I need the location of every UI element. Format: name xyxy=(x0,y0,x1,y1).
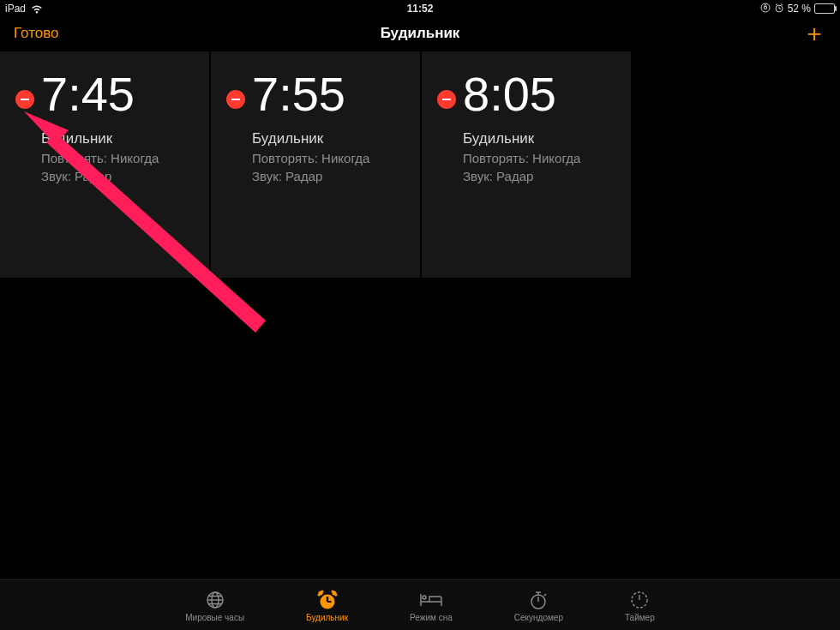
alarm-card-0[interactable]: 7:45 Будильник Повторять: Никогда Звук: … xyxy=(0,51,209,278)
minus-icon xyxy=(442,99,451,100)
alarm-0-delete-button[interactable] xyxy=(15,90,34,109)
alarm-2-sound: Звук: Радар xyxy=(463,169,615,183)
status-bar: iPad 11:52 52 % xyxy=(0,0,840,17)
add-alarm-button[interactable]: ＋ xyxy=(802,21,826,45)
svg-line-5 xyxy=(776,3,777,5)
tab-label: Таймер xyxy=(625,613,655,622)
tab-label: Режим сна xyxy=(410,613,453,622)
alarm-0-repeat: Повторять: Никогда xyxy=(41,151,194,165)
alarm-clock-icon xyxy=(316,589,339,611)
alarm-0-sound: Звук: Радар xyxy=(41,169,194,183)
timer-icon xyxy=(629,589,650,611)
device-name: iPad xyxy=(5,3,26,15)
svg-line-6 xyxy=(781,3,783,5)
bed-icon xyxy=(419,589,443,611)
svg-point-15 xyxy=(318,591,322,595)
svg-rect-14 xyxy=(327,601,332,603)
nav-bar: Готово Будильник ＋ xyxy=(0,17,840,50)
alarm-status-icon xyxy=(774,3,784,15)
orientation-lock-icon xyxy=(760,3,771,15)
alarm-2-delete-button[interactable] xyxy=(437,90,456,109)
tab-world-clock[interactable]: Мировые часы xyxy=(185,589,244,622)
tab-label: Будильник xyxy=(306,613,348,622)
alarm-2-label: Будильник xyxy=(463,130,615,147)
alarm-card-2[interactable]: 8:05 Будильник Повторять: Никогда Звук: … xyxy=(422,51,631,278)
status-time: 11:52 xyxy=(407,3,434,15)
alarm-card-1[interactable]: 7:55 Будильник Повторять: Никогда Звук: … xyxy=(211,51,420,278)
minus-icon xyxy=(21,99,29,100)
tab-bar: Мировые часы Будильник Режим сна xyxy=(0,579,840,630)
svg-line-21 xyxy=(544,594,546,596)
stopwatch-icon xyxy=(528,589,549,611)
page-title: Будильник xyxy=(381,25,460,42)
globe-icon xyxy=(205,589,225,611)
svg-point-16 xyxy=(332,591,336,595)
tab-label: Секундомер xyxy=(514,613,563,622)
alarm-0-time: 7:45 xyxy=(41,70,135,118)
svg-rect-1 xyxy=(764,6,766,9)
minus-icon xyxy=(231,99,240,100)
tab-timer[interactable]: Таймер xyxy=(625,589,655,622)
alarm-2-time: 8:05 xyxy=(463,70,556,118)
alarm-1-sound: Звук: Радар xyxy=(252,169,405,183)
tab-bedtime[interactable]: Режим сна xyxy=(410,589,453,622)
alarm-1-time: 7:55 xyxy=(252,70,345,118)
alarm-1-delete-button[interactable] xyxy=(226,90,245,109)
alarms-grid: 7:45 Будильник Повторять: Никогда Звук: … xyxy=(0,51,840,278)
tab-alarm[interactable]: Будильник xyxy=(306,589,348,622)
alarm-1-label: Будильник xyxy=(252,130,405,147)
battery-percent: 52 % xyxy=(788,3,811,15)
wifi-icon xyxy=(31,4,43,14)
alarm-0-label: Будильник xyxy=(41,130,194,147)
done-button[interactable]: Готово xyxy=(14,25,59,42)
tab-label: Мировые часы xyxy=(185,613,244,622)
alarm-2-repeat: Повторять: Никогда xyxy=(463,151,615,165)
battery-icon xyxy=(814,3,835,14)
tab-stopwatch[interactable]: Секундомер xyxy=(514,589,563,622)
alarm-1-repeat: Повторять: Никогда xyxy=(252,151,405,165)
